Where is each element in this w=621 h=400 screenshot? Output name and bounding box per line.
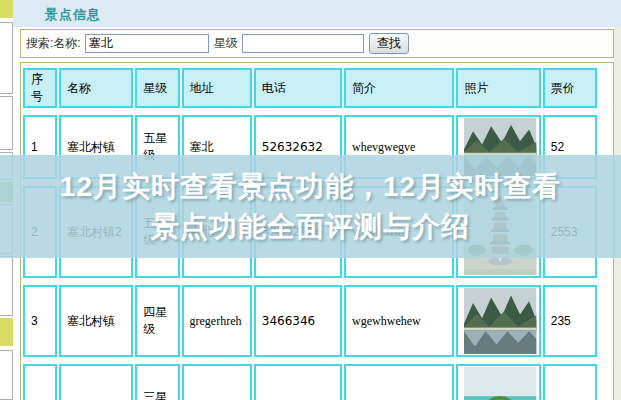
col-header-index: 序号 <box>23 68 57 108</box>
promo-overlay-banner: 12月实时查看景点功能，12月实时查看 景点功能全面评测与介绍 <box>0 155 621 258</box>
col-header-address: 地址 <box>182 68 252 108</box>
cell-star: 三星级 <box>135 364 179 400</box>
overlay-text-line2: 景点功能全面评测与介绍 <box>151 207 470 247</box>
table-header-row: 序号 名称 星级 地址 电话 简介 照片 票价 <box>23 68 597 108</box>
star-label: 星级 <box>214 35 238 52</box>
sidebar-item[interactable] <box>0 350 13 400</box>
cell-phone: 3463636 <box>254 364 342 400</box>
search-panel: 搜索:名称: 星级 查找 <box>20 29 614 58</box>
cell-name: 塞北村镇 <box>59 285 133 357</box>
mountain-lake-photo <box>456 285 540 357</box>
cell-intro: erreherhre <box>344 364 454 400</box>
overlay-text-line1: 12月实时查看景点功能，12月实时查看 <box>60 167 561 207</box>
col-header-star: 星级 <box>135 68 179 108</box>
search-button[interactable]: 查找 <box>369 33 409 54</box>
cell-intro: wgewhwehew <box>344 285 454 357</box>
col-header-price: 票价 <box>543 68 597 108</box>
col-header-name: 名称 <box>59 68 133 108</box>
cell-address: 塞北 <box>182 364 252 400</box>
col-header-photo: 照片 <box>456 68 540 108</box>
table-row: 4塞北村镇三星级塞北3463636erreherhre50 <box>23 364 597 400</box>
table-row: 3塞北村镇四星级gregerhreh3466346wgewhwehew235 <box>23 285 597 357</box>
row-index: 4 <box>23 364 57 400</box>
search-prefix-label: 搜索:名称: <box>26 35 81 52</box>
sidebar-item[interactable] <box>0 256 13 316</box>
cell-price: 50 <box>543 364 597 400</box>
sidebar-item[interactable] <box>0 318 13 346</box>
titlebar: 景点信息 <box>13 0 621 27</box>
star-search-input[interactable] <box>242 34 364 53</box>
page-title: 景点信息 <box>45 6 101 24</box>
cell-address: gregerhreh <box>182 285 252 357</box>
cell-name: 塞北村镇 <box>59 364 133 400</box>
row-index: 3 <box>23 285 57 357</box>
sidebar-item[interactable] <box>0 96 13 150</box>
cell-phone: 3466346 <box>254 285 342 357</box>
name-search-input[interactable] <box>85 34 209 53</box>
sidebar-item[interactable] <box>0 0 13 18</box>
col-header-intro: 简介 <box>344 68 454 108</box>
cell-price: 235 <box>543 285 597 357</box>
island-sea-photo <box>456 364 540 400</box>
cell-star: 四星级 <box>135 285 179 357</box>
sidebar-item[interactable] <box>0 22 13 94</box>
col-header-phone: 电话 <box>254 68 342 108</box>
